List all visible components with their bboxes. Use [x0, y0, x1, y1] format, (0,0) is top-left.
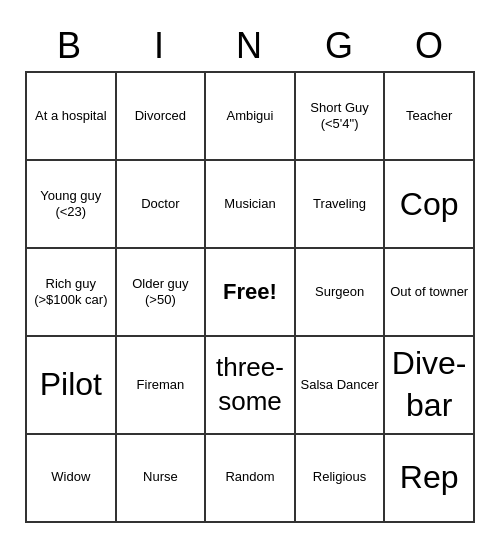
bingo-cell: Pilot [27, 337, 117, 434]
header-letter: O [385, 21, 475, 71]
bingo-header: BINGO [25, 21, 475, 71]
bingo-cell: Ambigui [206, 73, 296, 161]
bingo-cell: Widow [27, 435, 117, 523]
bingo-cell: Traveling [296, 161, 386, 249]
bingo-cell: Surgeon [296, 249, 386, 337]
bingo-card: BINGO At a hospitalDivorcedAmbiguiShort … [15, 11, 485, 532]
bingo-cell: Teacher [385, 73, 475, 161]
header-letter: G [295, 21, 385, 71]
bingo-cell: Older guy (>50) [117, 249, 207, 337]
bingo-cell: Rep [385, 435, 475, 523]
bingo-cell: Rich guy (>$100k car) [27, 249, 117, 337]
bingo-cell: three-some [206, 337, 296, 434]
bingo-cell: Nurse [117, 435, 207, 523]
bingo-cell: Doctor [117, 161, 207, 249]
bingo-cell: Free! [206, 249, 296, 337]
bingo-grid: At a hospitalDivorcedAmbiguiShort Guy (<… [25, 71, 475, 522]
bingo-cell: Short Guy (<5'4") [296, 73, 386, 161]
bingo-cell: Cop [385, 161, 475, 249]
header-letter: B [25, 21, 115, 71]
bingo-cell: Religious [296, 435, 386, 523]
bingo-cell: Young guy (<23) [27, 161, 117, 249]
bingo-cell: Out of towner [385, 249, 475, 337]
bingo-cell: At a hospital [27, 73, 117, 161]
bingo-cell: Fireman [117, 337, 207, 434]
bingo-cell: Musician [206, 161, 296, 249]
bingo-cell: Salsa Dancer [296, 337, 386, 434]
bingo-cell: Dive-bar [385, 337, 475, 434]
header-letter: N [205, 21, 295, 71]
header-letter: I [115, 21, 205, 71]
bingo-cell: Random [206, 435, 296, 523]
bingo-cell: Divorced [117, 73, 207, 161]
